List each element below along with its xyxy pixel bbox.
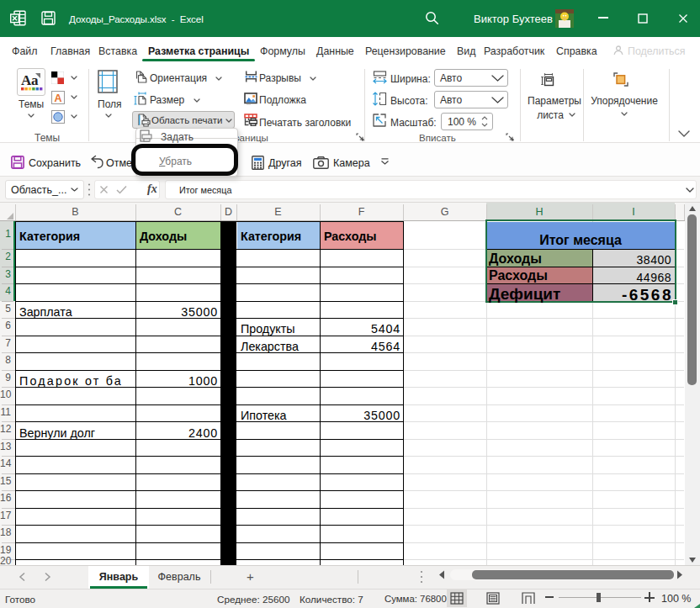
svg-text:A: A [54, 93, 61, 104]
svg-text:Аа: Аа [21, 72, 39, 88]
